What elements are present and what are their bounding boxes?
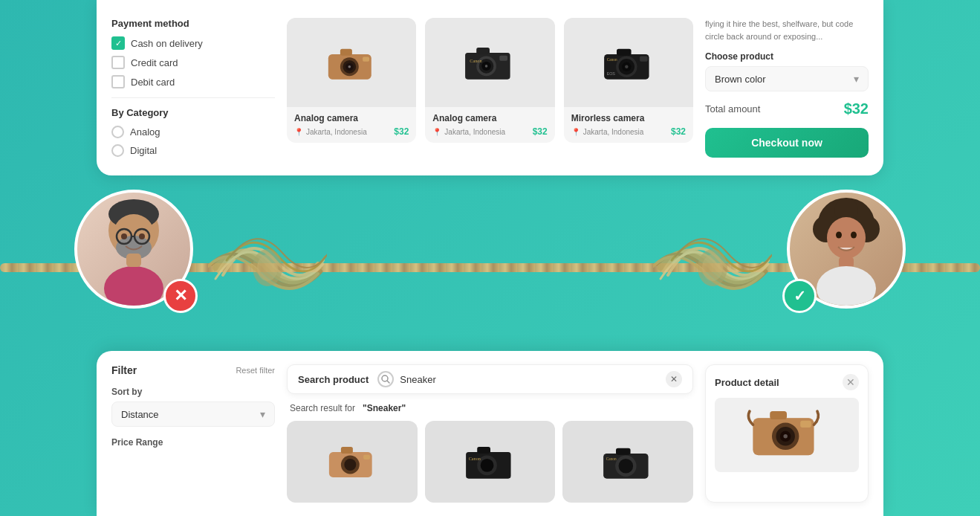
payment-option-1[interactable]: Credit card	[111, 56, 275, 69]
payment-checkbox-2[interactable]	[111, 75, 125, 88]
camera-icon-1: Canon	[460, 40, 519, 85]
product-location-0: 📍 Jakarta, Indonesia	[294, 128, 367, 136]
bottom-camera-icon-0	[322, 440, 382, 483]
top-card-left-panel: Payment method Cash on delivery Credit c…	[111, 12, 275, 164]
product-image-0	[287, 18, 416, 107]
category-option-1[interactable]: Digital	[111, 144, 275, 157]
svg-rect-72	[770, 411, 787, 419]
bottom-product-card-2[interactable]: Canon	[562, 421, 693, 503]
svg-point-40	[485, 65, 488, 68]
category-radio-0[interactable]	[111, 126, 124, 138]
svg-point-23	[817, 266, 876, 307]
bottom-product-card-0[interactable]	[287, 421, 418, 503]
chevron-down-icon: ▾	[854, 73, 859, 85]
total-row: Total amount $32	[705, 100, 869, 117]
product-info-2: Mirorless camera 📍 Jakarta, Indonesia $3…	[564, 107, 693, 143]
product-description: flying it hire the best, shelfware, but …	[705, 18, 869, 42]
payment-option-2[interactable]: Debit card	[111, 75, 275, 88]
payment-checkbox-0[interactable]	[111, 36, 125, 50]
product-image-1: Canon	[425, 18, 554, 107]
rope-knot-left	[208, 216, 327, 320]
location-text-1: Jakarta, Indonesia	[444, 128, 505, 136]
product-detail-image	[715, 398, 859, 472]
product-card-2[interactable]: Canon EOS Mirorless camera 📍 Jakarta, In…	[564, 18, 693, 143]
product-detail-header: Product detail ✕	[715, 374, 859, 390]
camera-icon-0	[322, 40, 381, 85]
bottom-camera-icon-2: Canon	[598, 440, 658, 483]
svg-rect-38	[500, 56, 508, 61]
svg-point-54	[344, 459, 356, 471]
search-result-text: Search result for "Sneaker"	[287, 403, 693, 413]
top-card-right-panel: flying it hire the best, shelfware, but …	[705, 12, 869, 164]
search-svg	[381, 375, 390, 384]
sort-value: Distance	[121, 409, 159, 420]
accept-badge: ✓	[782, 279, 817, 313]
bottom-camera-icon-1: Canon	[461, 440, 520, 483]
sort-dropdown[interactable]: Distance ▾	[111, 401, 275, 427]
bottom-product-card-1[interactable]: Canon	[425, 421, 556, 503]
bottom-product-grid: Canon Canon	[287, 421, 693, 503]
search-bar[interactable]: Search product Sneaker ✕	[287, 364, 693, 394]
payment-section-title: Payment method	[111, 18, 275, 29]
product-price-2: $32	[671, 126, 686, 137]
svg-point-11	[121, 233, 127, 239]
divider	[111, 97, 275, 98]
svg-rect-37	[477, 48, 490, 54]
result-prefix: Search result for	[290, 403, 355, 413]
search-value: Sneaker	[400, 374, 666, 385]
product-info-1: Analog camera 📍 Jakarta, Indonesia $32	[425, 107, 554, 143]
location-pin-1: 📍	[432, 128, 441, 136]
svg-point-49	[625, 65, 628, 68]
top-product-grid: Analog camera 📍 Jakarta, Indonesia $32	[287, 12, 693, 164]
clear-search-button[interactable]: ✕	[666, 371, 682, 387]
payment-checkbox-1[interactable]	[111, 56, 125, 69]
svg-text:Canon: Canon	[606, 457, 617, 461]
svg-point-1	[257, 254, 278, 281]
svg-text:Canon: Canon	[468, 456, 481, 461]
color-dropdown[interactable]: Brown color ▾	[705, 66, 869, 91]
product-detail-title: Product detail	[715, 377, 779, 388]
svg-rect-46	[640, 57, 648, 62]
svg-point-19	[827, 217, 866, 259]
result-query: "Sneaker"	[363, 403, 406, 413]
bottom-product-image-0	[287, 421, 418, 503]
svg-text:Canon: Canon	[470, 58, 483, 63]
reset-filter-button[interactable]: Reset filter	[236, 366, 275, 375]
product-name-2: Mirorless camera	[571, 113, 686, 123]
search-panel: Search product Sneaker ✕ Search result f…	[287, 364, 693, 503]
svg-rect-65	[616, 448, 631, 455]
location-pin-2: 📍	[571, 128, 580, 136]
payment-label-0: Cash on delivery	[131, 38, 203, 49]
product-detail-panel: Product detail ✕	[705, 364, 869, 503]
product-card-1[interactable]: Canon Analog camera 📍 Jakarta, Indonesia…	[425, 18, 554, 143]
total-amount: $32	[844, 100, 869, 117]
svg-rect-30	[363, 57, 369, 61]
product-location-row-0: 📍 Jakarta, Indonesia $32	[294, 126, 409, 137]
svg-line-51	[387, 381, 389, 383]
search-label: Search product	[298, 374, 369, 385]
payment-option-0[interactable]: Cash on delivery	[111, 36, 275, 50]
product-location-1: 📍 Jakarta, Indonesia	[432, 128, 505, 136]
close-detail-button[interactable]: ✕	[843, 374, 859, 390]
location-pin-0: 📍	[294, 128, 303, 136]
product-location-row-1: 📍 Jakarta, Indonesia $32	[432, 126, 547, 137]
product-price-0: $32	[394, 126, 409, 137]
svg-point-12	[139, 233, 145, 239]
location-text-0: Jakarta, Indonesia	[306, 128, 367, 136]
category-option-0[interactable]: Analog	[111, 126, 275, 138]
category-radio-1[interactable]	[111, 144, 124, 157]
svg-point-59	[480, 459, 493, 472]
product-location-row-2: 📍 Jakarta, Indonesia $32	[571, 126, 686, 137]
svg-point-3	[702, 254, 723, 281]
product-card-0[interactable]: Analog camera 📍 Jakarta, Indonesia $32	[287, 18, 416, 143]
svg-point-31	[348, 65, 351, 68]
detail-camera-svg	[746, 404, 828, 465]
svg-point-13	[104, 266, 163, 307]
checkout-button[interactable]: Checkout now	[705, 128, 869, 158]
category-section-title: By Category	[111, 107, 275, 118]
filter-header: Filter Reset filter	[111, 364, 275, 376]
svg-text:Canon: Canon	[606, 57, 617, 62]
bottom-card: Filter Reset filter Sort by Distance ▾ P…	[97, 351, 883, 516]
choose-product-label: Choose product	[705, 51, 869, 62]
svg-point-74	[783, 434, 787, 438]
